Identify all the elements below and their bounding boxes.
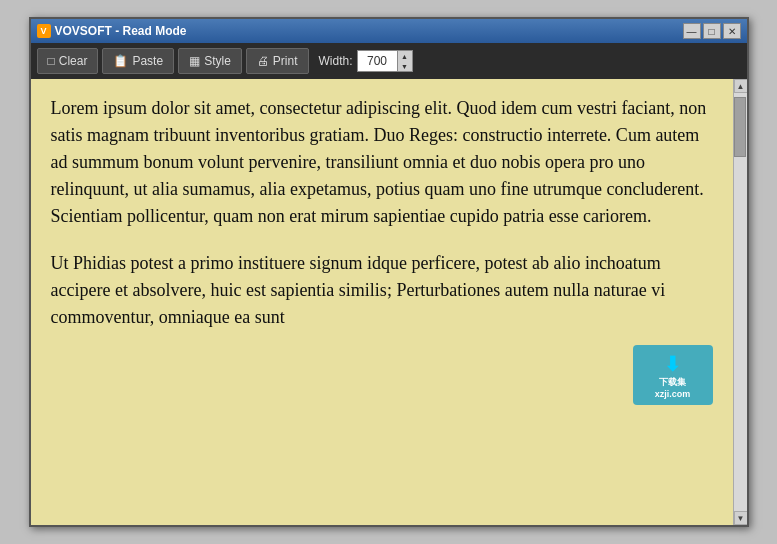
- content-wrapper: Lorem ipsum dolor sit amet, consectetur …: [31, 79, 733, 525]
- style-icon: ▦: [189, 54, 200, 68]
- style-button[interactable]: ▦ Style: [178, 48, 242, 74]
- width-label: Width:: [319, 54, 353, 68]
- clear-button[interactable]: □ Clear: [37, 48, 99, 74]
- width-down-button[interactable]: ▼: [398, 61, 412, 71]
- width-spinners: ▲ ▼: [397, 50, 413, 72]
- paste-label: Paste: [132, 54, 163, 68]
- width-input[interactable]: [357, 50, 397, 72]
- print-button[interactable]: 🖨 Print: [246, 48, 309, 74]
- width-input-group: ▲ ▼: [357, 50, 413, 72]
- paste-icon: 📋: [113, 54, 128, 68]
- clear-icon: □: [48, 54, 55, 68]
- close-button[interactable]: ✕: [723, 23, 741, 39]
- scroll-track[interactable]: [734, 93, 747, 511]
- scroll-down-button[interactable]: ▼: [734, 511, 747, 525]
- paragraph-1: Lorem ipsum dolor sit amet, consectetur …: [51, 95, 713, 230]
- print-label: Print: [273, 54, 298, 68]
- title-bar-left: V VOVSOFT - Read Mode: [37, 24, 187, 38]
- print-icon: 🖨: [257, 54, 269, 68]
- text-container[interactable]: Lorem ipsum dolor sit amet, consectetur …: [31, 79, 733, 525]
- main-window: V VOVSOFT - Read Mode — □ ✕ □ Clear 📋 Pa…: [29, 17, 749, 527]
- scroll-up-button[interactable]: ▲: [734, 79, 747, 93]
- style-label: Style: [204, 54, 231, 68]
- width-up-button[interactable]: ▲: [398, 51, 412, 61]
- clear-label: Clear: [59, 54, 88, 68]
- scrollbar: ▲ ▼: [733, 79, 747, 525]
- content-area: Lorem ipsum dolor sit amet, consectetur …: [31, 79, 747, 525]
- title-bar: V VOVSOFT - Read Mode — □ ✕: [31, 19, 747, 43]
- paragraph-2: Ut Phidias potest a primo instituere sig…: [51, 250, 713, 331]
- window-controls: — □ ✕: [683, 23, 741, 39]
- toolbar: □ Clear 📋 Paste ▦ Style 🖨 Print Width: ▲…: [31, 43, 747, 79]
- app-icon: V: [37, 24, 51, 38]
- minimize-button[interactable]: —: [683, 23, 701, 39]
- scroll-thumb[interactable]: [734, 97, 746, 157]
- maximize-button[interactable]: □: [703, 23, 721, 39]
- window-title: VOVSOFT - Read Mode: [55, 24, 187, 38]
- paste-button[interactable]: 📋 Paste: [102, 48, 174, 74]
